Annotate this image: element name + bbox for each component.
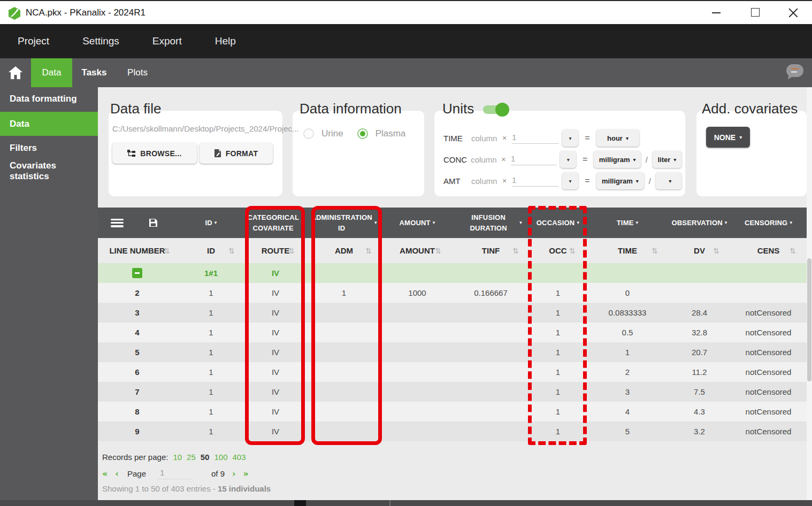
first-page-button[interactable]: « [102, 469, 108, 479]
menu-export[interactable]: Export [152, 35, 182, 47]
group-header-amount[interactable]: AMOUNT▾ [382, 208, 452, 238]
maximize-icon[interactable] [751, 8, 760, 17]
menubar: Project Settings Export Help [0, 24, 812, 58]
sort-icon[interactable]: ⇅ [228, 247, 235, 255]
group-header-infusion-duration[interactable]: INFUSION DURATION▾ [452, 208, 530, 238]
sort-icon[interactable]: ⇅ [164, 247, 170, 255]
menu-settings[interactable]: Settings [82, 35, 119, 47]
table-cell: 1 [177, 407, 246, 416]
last-page-button[interactable]: » [243, 469, 249, 479]
page-number-input[interactable]: 1 [158, 468, 192, 479]
data-file-title: Data file [110, 101, 161, 117]
sidebar-item-data[interactable]: Data [0, 112, 98, 136]
time-factor-input[interactable]: 1 [512, 133, 559, 144]
tabbar: Data Tasks Plots [0, 58, 812, 87]
sort-icon[interactable]: ⇅ [790, 247, 796, 255]
group-header-censoring[interactable]: CENSORING▾ [730, 208, 807, 238]
column-header-line-number[interactable]: LINE NUMBER⇅ [98, 238, 177, 263]
menu-project[interactable]: Project [18, 35, 49, 47]
column-header-cens[interactable]: CENS⇅ [730, 238, 807, 263]
sort-icon[interactable]: ⇅ [713, 247, 719, 255]
records-option-10[interactable]: 10 [173, 453, 182, 462]
records-option-403[interactable]: 403 [233, 453, 246, 462]
table-menu-icon[interactable] [111, 219, 124, 227]
table-cell: 0.166667 [452, 288, 530, 297]
group-header-observation[interactable]: OBSERVATION▾ [669, 208, 730, 238]
amt-unit-dropdown[interactable]: milligram▾ [596, 172, 644, 189]
covariates-none-dropdown[interactable]: NONE ▾ [706, 127, 750, 148]
menu-help[interactable]: Help [215, 35, 236, 47]
table-group-header-row: ID▾ CATEGORICAL COVARIATE▾ ADMINISTRATIO… [98, 208, 807, 238]
individuals-count: 15 individuals [218, 484, 271, 493]
tab-tasks[interactable]: Tasks [72, 58, 116, 87]
browse-button[interactable]: BROWSE... [112, 143, 197, 164]
column-header-amount[interactable]: AMOUNT⇅ [382, 238, 452, 263]
time-factor-dropdown[interactable]: ▾ [562, 129, 578, 147]
table-row: 41IV10.532.8notCensored [98, 323, 807, 342]
records-per-page-label: Records per page: [102, 453, 168, 462]
annotation-box-occasion-dashed [528, 206, 587, 445]
column-header-time[interactable]: TIME⇅ [586, 238, 669, 263]
group-header-id[interactable]: ID▾ [177, 208, 246, 238]
chevron-down-icon: ▾ [739, 134, 742, 140]
scrollbar-thumb[interactable] [807, 258, 811, 381]
urine-radio[interactable] [303, 128, 314, 139]
chevron-down-icon: ▾ [673, 157, 676, 163]
conc-factor-dropdown[interactable]: ▾ [560, 151, 576, 168]
sort-icon[interactable]: ⇅ [435, 247, 441, 255]
annotation-box-administration-id [311, 206, 382, 445]
table-cell: 9 [98, 427, 177, 436]
table-body: 1#1IV21IV110000.1666671031IV10.083333328… [98, 263, 807, 441]
table-cell: 7.5 [669, 387, 730, 396]
save-icon[interactable] [149, 219, 157, 227]
feedback-chat-icon[interactable] [786, 64, 803, 77]
units-toggle[interactable] [483, 105, 505, 114]
previous-page-button[interactable]: ‹ [115, 469, 119, 479]
table-cell: notCensored [730, 407, 807, 416]
group-header-time[interactable]: TIME▾ [586, 208, 669, 238]
units-row-conc: CONC column × 1 ▾ = milligram▾ / liter▾ [443, 150, 681, 168]
sidebar-item-covariates-statistics[interactable]: Covariates statistics [0, 163, 98, 179]
page-label: Page [127, 469, 146, 478]
sidebar-item-data-formatting[interactable]: Data formatting [0, 91, 98, 107]
table-cell: 1000 [382, 288, 452, 297]
column-header-id[interactable]: ID⇅ [177, 238, 246, 263]
amt-factor-dropdown[interactable]: ▾ [562, 172, 578, 189]
tab-plots[interactable]: Plots [116, 58, 159, 87]
records-option-100[interactable]: 100 [214, 453, 227, 462]
bottom-bar-divider [389, 500, 390, 506]
tab-data[interactable]: Data [31, 58, 72, 87]
records-option-25[interactable]: 25 [187, 453, 196, 462]
amt-denominator-dropdown[interactable]: ▾ [656, 172, 681, 189]
equals-sign: = [578, 176, 596, 186]
sort-icon[interactable]: ⇅ [652, 247, 658, 255]
minimize-icon[interactable] [712, 12, 721, 13]
column-header-dv[interactable]: DV⇅ [669, 238, 730, 263]
column-header-tinf[interactable]: TINF⇅ [452, 238, 530, 263]
chevron-down-icon: ▾ [569, 178, 571, 184]
table-cell: 5 [586, 427, 669, 436]
collapse-group-icon[interactable] [132, 268, 142, 278]
slash-sign: / [644, 177, 656, 186]
format-button[interactable]: FORMAT [200, 143, 273, 164]
conc-denominator-dropdown[interactable]: liter▾ [653, 151, 681, 168]
time-unit-dropdown[interactable]: hour▾ [596, 129, 639, 147]
vertical-scrollbar[interactable] [807, 87, 812, 500]
sort-icon[interactable]: ⇅ [512, 247, 519, 255]
chevron-down-icon: ▾ [567, 157, 570, 163]
window-title: NCA.pkx - PKanalix - 2024R1 [26, 7, 145, 18]
next-page-button[interactable]: › [232, 469, 236, 479]
table-row: 81IV144.3notCensored [98, 402, 807, 421]
plasma-radio[interactable] [357, 128, 368, 139]
chevron-down-icon: ▾ [790, 219, 792, 227]
home-button[interactable] [0, 58, 31, 87]
chevron-down-icon: ▾ [669, 178, 671, 184]
unit-times-sign: × [502, 177, 512, 185]
sidebar-item-filters[interactable]: Filters [0, 140, 98, 156]
conc-factor-input[interactable]: 1 [511, 154, 557, 165]
close-icon[interactable] [788, 7, 799, 18]
conc-unit-dropdown[interactable]: milligram▾ [594, 151, 641, 168]
records-option-50[interactable]: 50 [201, 453, 210, 462]
amt-factor-input[interactable]: 1 [512, 175, 559, 187]
chevron-down-icon: ▾ [433, 219, 435, 227]
